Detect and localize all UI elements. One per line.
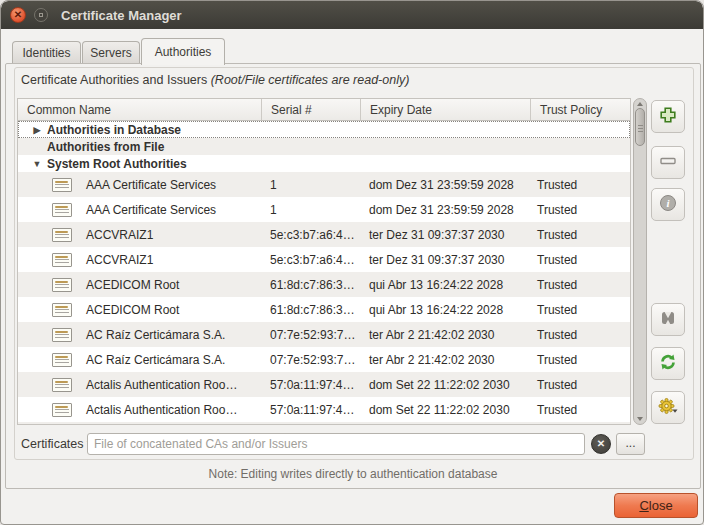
table-row[interactable]: AC Raíz Certicámara S.A.07:7e:52:93:7…te…: [18, 322, 630, 347]
cell-expiry-date: ter Dez 31 09:37:37 2030: [361, 228, 531, 242]
cell-trust-policy: Trusted: [531, 178, 630, 192]
certificate-icon: [52, 328, 72, 342]
cell-common-name: Actalis Authentication Roo…: [18, 403, 262, 417]
certificate-icon: [52, 278, 72, 292]
groupbox-title-note: (Root/File certificates are read-only): [211, 73, 410, 87]
table-body: ▶Authorities in DatabaseAuthorities from…: [18, 121, 630, 425]
cell-trust-policy: Trusted: [531, 378, 630, 392]
cell-trust-policy: Trusted: [531, 328, 630, 342]
cell-common-name: ACEDICOM Root: [18, 303, 262, 317]
certificate-manager-dialog: ✕ Certificate Manager Identities Servers…: [0, 0, 704, 525]
cell-serial: 07:7e:52:93:7…: [262, 328, 361, 342]
authorities-table: Common Name Serial # Expiry Date Trust P…: [17, 98, 631, 425]
tab-servers[interactable]: Servers: [82, 41, 140, 64]
column-header-common-name[interactable]: Common Name: [18, 99, 262, 120]
window-restore-button[interactable]: [34, 8, 48, 22]
cell-serial: 1: [262, 178, 361, 192]
table-row[interactable]: ACCVRAIZ15e:c3:b7:a6:4…ter Dez 31 09:37:…: [18, 247, 630, 272]
tree-group-row[interactable]: ▼System Root Authorities: [18, 155, 630, 172]
column-header-expiry-date[interactable]: Expiry Date: [361, 99, 531, 120]
scrollbar-thumb[interactable]: [635, 108, 645, 146]
cell-common-name: Actalis Authentication Roo…: [18, 378, 262, 392]
cell-serial: 5e:c3:b7:a6:4…: [262, 253, 361, 267]
column-header-trust-policy[interactable]: Trust Policy: [531, 99, 630, 120]
cell-expiry-date: ter Abr 2 21:42:02 2030: [361, 353, 531, 367]
utilities-menu-button[interactable]: [651, 391, 685, 424]
cell-expiry-date: dom Set 22 11:22:02 2030: [361, 378, 531, 392]
chevron-expanded-icon[interactable]: ▼: [31, 159, 43, 169]
cell-trust-policy: Trusted: [531, 303, 630, 317]
cell-expiry-date: ter Dez 31 09:37:37 2030: [361, 253, 531, 267]
table-row[interactable]: ACEDICOM Root61:8d:c7:86:3…qui Abr 13 16…: [18, 272, 630, 297]
cell-serial: 5e:c3:b7:a6:4…: [262, 228, 361, 242]
cell-expiry-date: qui Abr 13 16:24:22 2028: [361, 278, 531, 292]
certificate-icon: [52, 403, 72, 417]
cell-common-name: ▼System Root Authorities: [18, 157, 262, 171]
tab-identities[interactable]: Identities: [12, 41, 81, 64]
window-close-button[interactable]: ✕: [10, 7, 26, 23]
refresh-icon: [658, 352, 678, 376]
certificate-icon: [52, 203, 72, 217]
window-title: Certificate Manager: [61, 8, 182, 23]
clear-file-button[interactable]: ✕: [591, 434, 611, 454]
cell-expiry-date: dom Set 22 11:22:02 2030: [361, 403, 531, 417]
gear-icon: [657, 396, 679, 420]
cell-expiry-date: ter Abr 2 21:42:02 2030: [361, 328, 531, 342]
table-row[interactable]: Actalis Authentication Roo…57:0a:11:97:4…: [18, 397, 630, 422]
certificate-icon: [52, 178, 72, 192]
cell-common-name: Authorities from File: [18, 140, 262, 154]
table-row[interactable]: AAA Certificate Services1dom Dez 31 23:5…: [18, 172, 630, 197]
tree-group-row[interactable]: Authorities from File: [18, 138, 630, 155]
column-header-serial[interactable]: Serial #: [262, 99, 361, 120]
cell-common-name: AAA Certificate Services: [18, 203, 262, 217]
cell-expiry-date: qui Abr 13 16:24:22 2028: [361, 303, 531, 317]
cell-trust-policy: Trusted: [531, 228, 630, 242]
remove-authority-button[interactable]: [651, 146, 685, 179]
table-row[interactable]: Actalis Authentication Roo…57:0a:11:97:4…: [18, 372, 630, 397]
tree-group-row[interactable]: ▶Authorities in Database: [18, 121, 630, 138]
cell-common-name: ACCVRAIZ1: [18, 253, 262, 267]
add-authority-button[interactable]: [651, 100, 685, 133]
info-button[interactable]: i: [651, 188, 685, 221]
table-row[interactable]: ACCVRAIZ15e:c3:b7:a6:4…ter Dez 31 09:37:…: [18, 222, 630, 247]
table-row[interactable]: AddTrust Class 1 CA Root1sáb Mai 30 10:3…: [18, 422, 630, 425]
certificate-icon: [52, 378, 72, 392]
scroll-down-icon[interactable]: [637, 417, 643, 421]
cell-common-name: AC Raíz Certicámara S.A.: [18, 353, 262, 367]
cell-expiry-date: dom Dez 31 23:59:59 2028: [361, 203, 531, 217]
browse-file-button[interactable]: ...: [616, 433, 645, 455]
trust-policy-icon: [659, 309, 677, 331]
certificate-icon: [52, 353, 72, 367]
trust-policy-button[interactable]: [651, 303, 685, 336]
table-row[interactable]: AAA Certificate Services1dom Dez 31 23:5…: [18, 197, 630, 222]
table-row[interactable]: ACEDICOM Root61:8d:c7:86:3…qui Abr 13 16…: [18, 297, 630, 322]
tab-authorities[interactable]: Authorities: [141, 38, 225, 65]
certificates-file-input[interactable]: [87, 433, 585, 455]
cell-serial: 1: [262, 203, 361, 217]
certificate-icon: [52, 228, 72, 242]
cell-serial: 61:8d:c7:86:3…: [262, 278, 361, 292]
cell-common-name: ACCVRAIZ1: [18, 228, 262, 242]
table-row[interactable]: AC Raíz Certicámara S.A.07:7e:52:93:7…te…: [18, 347, 630, 372]
cell-serial: 57:0a:11:97:4…: [262, 403, 361, 417]
chevron-collapsed-icon[interactable]: ▶: [31, 125, 43, 135]
cell-serial: 57:0a:11:97:4…: [262, 378, 361, 392]
certificate-icon: [52, 253, 72, 267]
close-button[interactable]: Close: [614, 493, 698, 518]
refresh-authorities-button[interactable]: [651, 347, 685, 380]
groupbox-title: Certificate Authorities and Issuers (Roo…: [21, 73, 409, 87]
certificate-icon: [52, 303, 72, 317]
cell-trust-policy: Trusted: [531, 253, 630, 267]
editing-note: Note: Editing writes directly to authent…: [6, 467, 700, 481]
remove-icon: [659, 152, 677, 174]
table-header: Common Name Serial # Expiry Date Trust P…: [18, 99, 630, 121]
authorities-groupbox: Certificate Authorities and Issuers (Roo…: [14, 67, 694, 460]
scroll-up-icon[interactable]: [637, 102, 643, 106]
vertical-scrollbar[interactable]: [633, 98, 647, 425]
cell-serial: 61:8d:c7:86:3…: [262, 303, 361, 317]
titlebar: ✕ Certificate Manager: [1, 1, 703, 29]
clear-icon: ✕: [597, 438, 605, 449]
cell-trust-policy: Trusted: [531, 203, 630, 217]
cell-common-name: AC Raíz Certicámara S.A.: [18, 328, 262, 342]
authorities-tab-panel: Certificate Authorities and Issuers (Roo…: [5, 63, 701, 489]
